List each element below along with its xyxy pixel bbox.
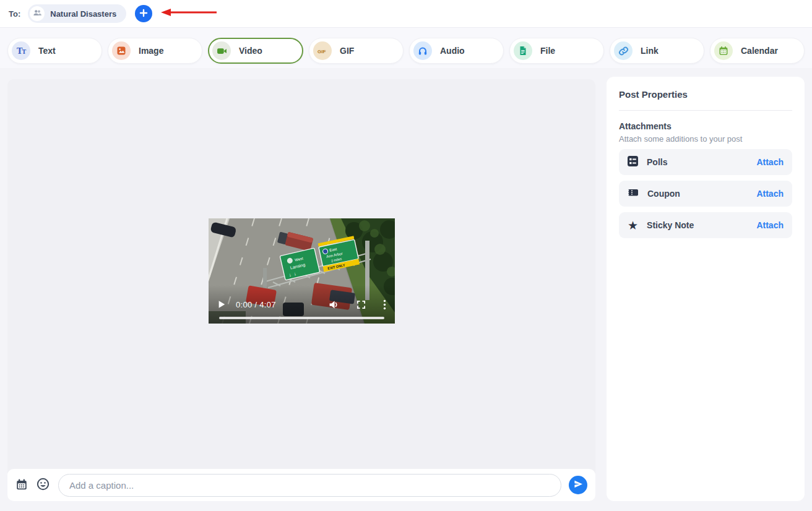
avatar	[30, 6, 45, 21]
post-type-tabs: TT Text Image Video GIF GIF Audio File	[0, 28, 812, 68]
video-player[interactable]: West Lansing ↓ ↓ East Ann Arbor 2 miles …	[209, 218, 395, 324]
calendar-icon	[15, 478, 28, 492]
post-preview-canvas: West Lansing ↓ ↓ East Ann Arbor 2 miles …	[7, 79, 595, 501]
tab-image[interactable]: Image	[108, 38, 202, 64]
file-icon	[514, 41, 532, 60]
add-recipient-button[interactable]	[135, 5, 152, 22]
group-icon	[33, 8, 42, 20]
poll-icon	[628, 156, 638, 169]
recipient-bar: To: Natural Disasters	[0, 0, 812, 28]
video-camera-icon	[212, 41, 231, 60]
attachment-label: Polls	[647, 157, 748, 167]
caption-input[interactable]	[58, 474, 561, 497]
tab-file[interactable]: File	[509, 38, 604, 64]
fullscreen-button[interactable]	[356, 300, 366, 309]
tab-audio[interactable]: Audio	[409, 38, 504, 64]
gif-icon: GIF	[313, 41, 332, 60]
caption-bar	[7, 469, 595, 501]
volume-button[interactable]	[329, 299, 339, 310]
attach-coupon-button[interactable]: Attach	[756, 189, 784, 199]
emoji-smile-icon	[37, 478, 50, 492]
video-controls: 0:00 / 4:07	[209, 296, 395, 312]
text-icon: TT	[12, 41, 30, 60]
attachment-label: Sticky Note	[647, 220, 748, 230]
tab-text[interactable]: TT Text	[7, 38, 102, 64]
emoji-button[interactable]	[37, 478, 50, 492]
tab-label: Audio	[440, 46, 465, 56]
send-paper-plane-icon	[574, 479, 583, 491]
tab-gif[interactable]: GIF GIF	[309, 38, 404, 64]
video-time-display: 0:00 / 4:07	[236, 300, 276, 309]
tab-video[interactable]: Video	[208, 38, 303, 64]
attach-polls-button[interactable]: Attach	[756, 157, 784, 167]
schedule-button[interactable]	[15, 478, 28, 492]
tab-label: Text	[38, 46, 56, 56]
panel-title: Post Properties	[619, 89, 792, 111]
tab-label: File	[540, 46, 555, 56]
tab-label: Calendar	[741, 46, 778, 56]
recipient-chip-label: Natural Disasters	[50, 9, 116, 19]
tab-label: Image	[139, 46, 163, 56]
play-button[interactable]	[217, 300, 226, 309]
svg-text:T: T	[22, 49, 26, 55]
calendar-icon	[714, 41, 733, 60]
coupon-icon	[628, 187, 639, 200]
video-progress-bar[interactable]	[219, 317, 384, 319]
to-label: To:	[9, 9, 20, 19]
attachment-row-coupon: Coupon Attach	[619, 181, 792, 207]
post-properties-panel: Post Properties Attachments Attach some …	[607, 77, 805, 501]
tab-label: GIF	[340, 46, 354, 56]
attachments-heading: Attachments	[619, 121, 792, 131]
star-icon: ★	[628, 220, 638, 231]
link-icon	[614, 41, 633, 60]
more-options-icon[interactable]	[383, 299, 386, 310]
tab-label: Video	[239, 46, 262, 56]
headphones-icon	[413, 41, 432, 60]
image-icon	[112, 41, 131, 60]
recipient-chip[interactable]: Natural Disasters	[28, 4, 126, 23]
attach-sticky-note-button[interactable]: Attach	[756, 220, 784, 230]
attachment-row-polls: Polls Attach	[619, 149, 792, 175]
attachment-row-sticky-note: ★ Sticky Note Attach	[619, 212, 792, 238]
tab-link[interactable]: Link	[610, 38, 704, 64]
red-arrow-annotation-icon	[160, 7, 218, 20]
attachment-label: Coupon	[647, 189, 748, 199]
tab-calendar[interactable]: Calendar	[710, 38, 805, 64]
send-button[interactable]	[569, 476, 587, 494]
tab-label: Link	[641, 46, 659, 56]
svg-text:GIF: GIF	[317, 49, 326, 54]
plus-icon	[139, 9, 148, 19]
attachments-subtitle: Attach some additions to your post	[619, 134, 792, 144]
